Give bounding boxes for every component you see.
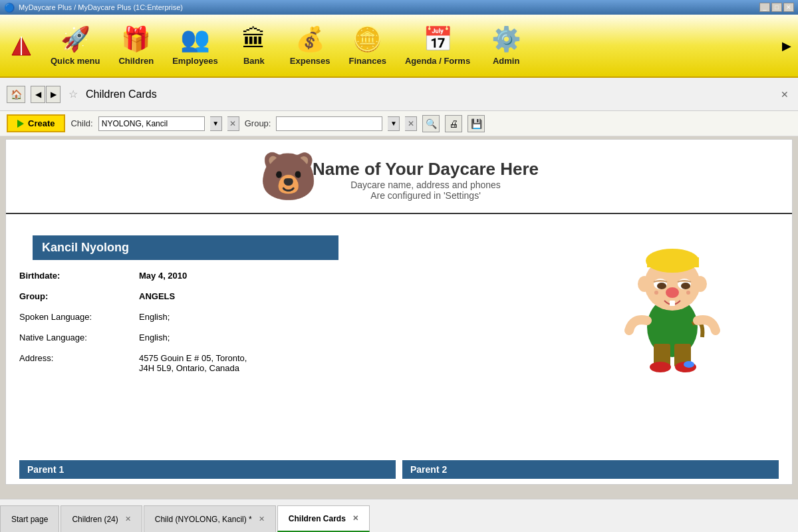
maximize-button[interactable]: □ (771, 3, 782, 12)
address-value-container: 4575 Gouin E # 05, Toronto, J4H 5L9, Ont… (139, 353, 247, 373)
tab-children-label: Children (24) (72, 515, 118, 524)
group-info-value: ANGELS (139, 291, 175, 301)
parent1-header: Parent 1 (19, 460, 396, 479)
parent2-header: Parent 2 (402, 460, 779, 479)
card-header: 🐻 Name of Your Daycare Here Daycare name… (6, 140, 792, 214)
parent2-firstname-row: First Name: David (410, 483, 771, 485)
group-select-button[interactable]: ▼ (388, 116, 400, 131)
close-button[interactable]: ✕ (783, 3, 794, 12)
navigation-toolbar: 🏠 ◀ ▶ ☆ Children Cards ✕ (0, 78, 798, 111)
menu-item-employees[interactable]: 👥 Employees (163, 20, 227, 71)
svg-point-20 (686, 291, 690, 295)
menu-item-expenses[interactable]: 💰 Expenses (281, 20, 340, 71)
spoken-value: English; (139, 312, 170, 322)
child-input[interactable] (98, 116, 205, 131)
parent1-block: Parent 1 First Name: Karrine (19, 460, 396, 485)
menu-item-agenda[interactable]: 📅 Agenda / Forms (396, 20, 479, 71)
children-icon: 🎁 (121, 25, 151, 53)
group-clear-button[interactable]: ✕ (405, 116, 417, 131)
title-bar-buttons: _ □ ✕ (759, 3, 794, 12)
child-label: Child: (70, 118, 92, 128)
minimize-button[interactable]: _ (759, 3, 770, 12)
group-info-label: Group: (19, 291, 139, 301)
parent1-firstname-label: First Name: (27, 483, 107, 485)
daycare-sub1: Daycare name, address and phones (313, 180, 539, 190)
action-toolbar: Create Child: ▼ ✕ Group: ▼ ✕ 🔍 🖨 💾 (0, 111, 798, 136)
menu-bar: 🚀 Quick menu 🎁 Children 👥 Employees 🏛 Ba… (0, 15, 798, 78)
favorite-button[interactable]: ☆ (66, 87, 80, 102)
kid-svg (606, 221, 739, 374)
main-content[interactable]: 🐻 Name of Your Daycare Here Daycare name… (5, 139, 793, 485)
svg-rect-10 (647, 257, 699, 267)
svg-point-17 (666, 287, 679, 298)
agenda-icon: 📅 (423, 25, 453, 53)
page-title: Children Cards (86, 88, 773, 100)
title-bar: 🔵 MyDaycare Plus / MyDaycare Plus (1C:En… (0, 0, 798, 15)
employees-icon: 👥 (180, 25, 210, 53)
native-value: English; (139, 332, 170, 342)
app-logo (7, 31, 36, 61)
svg-rect-18 (670, 301, 675, 306)
daycare-info: Name of Your Daycare Here Daycare name, … (313, 159, 539, 201)
tab-child-record-close[interactable]: ✕ (259, 515, 265, 523)
daycare-sub2: Are configured in 'Settings' (313, 190, 539, 201)
tab-child-record[interactable]: Child (NYOLONG, Kancil) * ✕ (144, 505, 276, 532)
tab-child-record-label: Child (NYOLONG, Kancil) * (155, 515, 252, 524)
address-line2: J4H 5L9, Ontario, Canada (139, 363, 247, 373)
svg-point-7 (684, 361, 694, 368)
print-button[interactable]: 🖨 (445, 115, 462, 132)
svg-point-5 (650, 362, 671, 372)
menu-item-children[interactable]: 🎁 Children (109, 20, 163, 71)
parent1-firstname-value: Karrine (107, 483, 138, 485)
address-line1: 4575 Gouin E # 05, Toronto, (139, 353, 247, 363)
parent2-block: Parent 2 First Name: David (402, 460, 779, 485)
parent2-firstname-value: David (490, 483, 513, 485)
menu-item-bank[interactable]: 🏛 Bank (227, 20, 281, 71)
search-button[interactable]: 🔍 (422, 115, 440, 132)
menu-item-admin[interactable]: ⚙️ Admin (479, 20, 533, 71)
svg-point-12 (694, 276, 707, 292)
expenses-icon: 💰 (295, 25, 325, 53)
save-button[interactable]: 💾 (467, 115, 485, 132)
menu-item-finances[interactable]: 🪙 Finances (340, 20, 396, 71)
child-clear-button[interactable]: ✕ (227, 116, 239, 131)
bear-icon: 🐻 (259, 153, 313, 206)
tab-start-label: Start page (11, 515, 48, 524)
menu-more-button[interactable]: ▶ (782, 39, 791, 53)
group-label: Group: (245, 118, 271, 128)
child-name-bar: Kancil Nyolong (33, 235, 338, 260)
svg-point-16 (681, 283, 690, 289)
tab-children-cards-close[interactable]: ✕ (352, 514, 358, 523)
native-label: Native Language: (19, 332, 139, 342)
tab-children-cards[interactable]: Children Cards ✕ (277, 505, 370, 532)
title-bar-text: MyDaycare Plus / MyDaycare Plus (1C:Ente… (19, 3, 759, 11)
bank-icon: 🏛 (242, 25, 266, 53)
svg-point-19 (654, 291, 658, 295)
tab-children-close[interactable]: ✕ (125, 515, 131, 523)
card-body: 🐻 Name of Your Daycare Here Daycare name… (6, 140, 792, 485)
tabs-bar: Start page Children (24) ✕ Child (NYOLON… (0, 499, 798, 532)
finances-icon: 🪙 (352, 25, 382, 53)
tab-children[interactable]: Children (24) ✕ (61, 505, 142, 532)
tab-start-page[interactable]: Start page (0, 505, 59, 532)
group-input[interactable] (276, 116, 382, 131)
parent2-firstname-label: First Name: (410, 483, 490, 485)
spoken-label: Spoken Language: (19, 312, 139, 322)
menu-item-quick-menu[interactable]: 🚀 Quick menu (41, 20, 109, 71)
home-button[interactable]: 🏠 (7, 86, 25, 103)
parents-section: Parent 1 First Name: Karrine Parent 2 Fi… (19, 460, 779, 485)
child-section: Kancil Nyolong Birthdate: May 4, 2010 Gr… (6, 214, 792, 454)
quick-menu-icon: 🚀 (61, 25, 90, 53)
back-button[interactable]: ◀ (31, 86, 45, 103)
forward-button[interactable]: ▶ (46, 86, 61, 103)
parent1-firstname-row: First Name: Karrine (27, 483, 388, 485)
tab-children-cards-label: Children Cards (289, 514, 346, 523)
parent1-info: First Name: Karrine (19, 479, 396, 485)
create-arrow-icon (17, 120, 24, 128)
child-select-button[interactable]: ▼ (210, 116, 222, 131)
admin-icon: ⚙️ (491, 25, 521, 53)
birthdate-label: Birthdate: (19, 271, 139, 281)
create-button[interactable]: Create (7, 114, 65, 132)
close-page-button[interactable]: ✕ (778, 88, 791, 101)
nav-buttons: ◀ ▶ (31, 86, 61, 103)
